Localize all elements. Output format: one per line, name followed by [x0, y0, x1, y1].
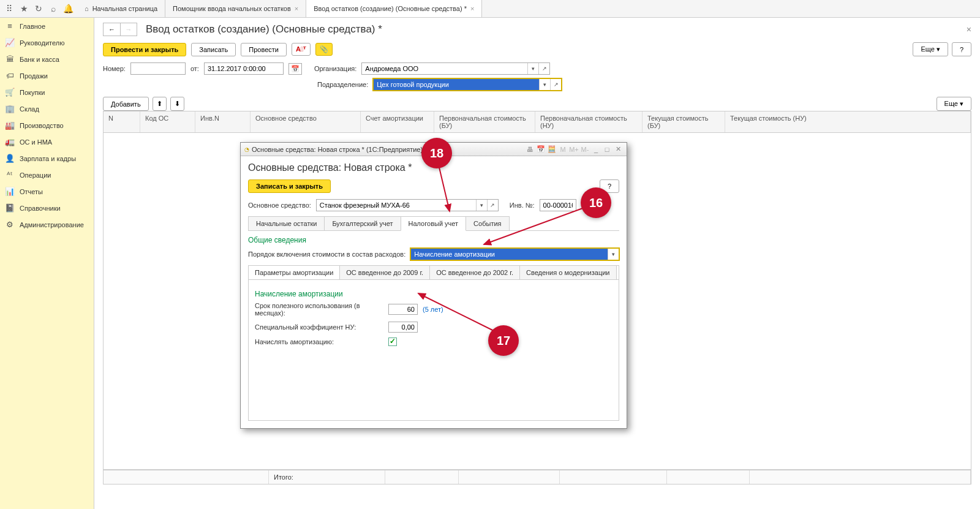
- history-icon[interactable]: ↻: [32, 2, 45, 15]
- apps-icon[interactable]: ⠿: [2, 2, 16, 15]
- tab-assistant-label: Помощник ввода начальных остатков: [173, 5, 291, 12]
- tab-home-label: Начальная страница: [92, 5, 157, 12]
- tab-assistant[interactable]: Помощник ввода начальных остатков×: [165, 0, 306, 17]
- tab-main[interactable]: Ввод остатков (создание) (Основные средс…: [306, 0, 482, 17]
- close-icon[interactable]: ×: [470, 5, 474, 12]
- home-icon: ⌂: [85, 5, 89, 12]
- top-toolbar: ⠿ ★ ↻ ⌕ 🔔 ⌂Начальная страница Помощник в…: [0, 0, 980, 18]
- star-icon[interactable]: ★: [17, 2, 31, 15]
- bell-icon[interactable]: 🔔: [61, 2, 75, 15]
- close-icon[interactable]: ×: [295, 5, 298, 12]
- tab-main-label: Ввод остатков (создание) (Основные средс…: [314, 5, 467, 12]
- tab-home[interactable]: ⌂Начальная страница: [77, 0, 165, 17]
- search-icon[interactable]: ⌕: [47, 2, 60, 15]
